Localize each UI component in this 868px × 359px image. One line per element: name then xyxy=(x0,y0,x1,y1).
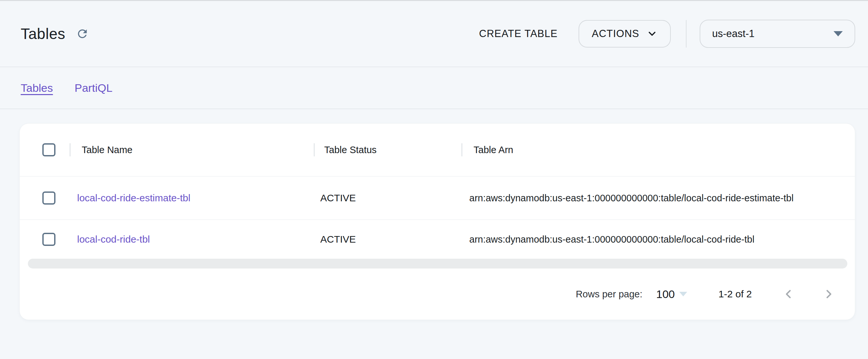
chevron-right-icon xyxy=(822,287,836,301)
table-row: local-cod-ride-tbl ACTIVE arn:aws:dynamo… xyxy=(20,220,855,259)
table-name-cell: local-cod-ride-tbl xyxy=(69,234,314,245)
tables-card: Table Name Table Status Table Arn local-… xyxy=(19,123,855,320)
pagination-bar: Rows per page: 100 1-2 of 2 xyxy=(20,268,855,320)
table-header-row: Table Name Table Status Table Arn xyxy=(20,124,855,177)
table-name-link[interactable]: local-cod-ride-estimate-tbl xyxy=(77,192,190,203)
refresh-button[interactable] xyxy=(75,27,90,41)
top-bar-actions: CREATE TABLE ACTIONS us-east-1 xyxy=(479,20,855,48)
table-arn-cell: arn:aws:dynamodb:us-east-1:000000000000:… xyxy=(461,234,855,245)
row-checkbox[interactable] xyxy=(42,233,56,246)
chevron-down-icon xyxy=(647,28,658,39)
rows-per-page-select[interactable]: 100 xyxy=(656,288,687,301)
select-all-checkbox[interactable] xyxy=(42,143,56,156)
refresh-icon xyxy=(76,27,89,40)
previous-page-button[interactable] xyxy=(781,287,796,301)
rows-per-page-value: 100 xyxy=(656,288,675,301)
table-name-link[interactable]: local-cod-ride-tbl xyxy=(77,234,150,244)
row-checkbox-cell xyxy=(20,233,69,246)
region-select-value: us-east-1 xyxy=(712,28,754,40)
column-divider xyxy=(461,143,462,156)
table-name-cell: local-cod-ride-estimate-tbl xyxy=(69,192,314,204)
header-divider xyxy=(686,20,686,47)
top-bar: Tables CREATE TABLE ACTIONS us-east-1 xyxy=(0,0,868,67)
table-status-cell: ACTIVE xyxy=(314,192,461,204)
header-checkbox-cell xyxy=(20,143,69,156)
next-page-button[interactable] xyxy=(822,287,836,301)
table-row: local-cod-ride-estimate-tbl ACTIVE arn:a… xyxy=(20,177,855,220)
pagination-range-label: 1-2 of 2 xyxy=(718,289,752,300)
column-divider xyxy=(314,143,315,156)
main-content: Table Name Table Status Table Arn local-… xyxy=(0,123,868,320)
column-header-table-arn: Table Arn xyxy=(461,143,855,156)
caret-down-icon xyxy=(679,292,687,296)
actions-dropdown-button[interactable]: ACTIONS xyxy=(579,20,671,47)
row-checkbox[interactable] xyxy=(42,192,56,204)
create-table-button[interactable]: CREATE TABLE xyxy=(479,28,558,40)
horizontal-scrollbar[interactable] xyxy=(28,259,847,268)
rows-per-page-label: Rows per page: xyxy=(576,289,642,300)
row-checkbox-cell xyxy=(20,192,69,204)
column-header-table-name: Table Name xyxy=(69,143,314,156)
column-header-table-status: Table Status xyxy=(314,143,461,156)
page-title: Tables xyxy=(21,25,65,43)
region-select[interactable]: us-east-1 xyxy=(700,20,855,48)
table-status-cell: ACTIVE xyxy=(314,234,461,245)
caret-down-icon xyxy=(834,31,843,36)
tab-tables[interactable]: Tables xyxy=(21,81,53,94)
tab-bar: Tables PartiQL xyxy=(0,67,868,109)
actions-button-label: ACTIONS xyxy=(592,28,639,40)
tab-partiql[interactable]: PartiQL xyxy=(74,81,112,94)
chevron-left-icon xyxy=(782,287,796,301)
table-arn-cell: arn:aws:dynamodb:us-east-1:000000000000:… xyxy=(461,193,855,204)
column-divider xyxy=(69,143,70,156)
